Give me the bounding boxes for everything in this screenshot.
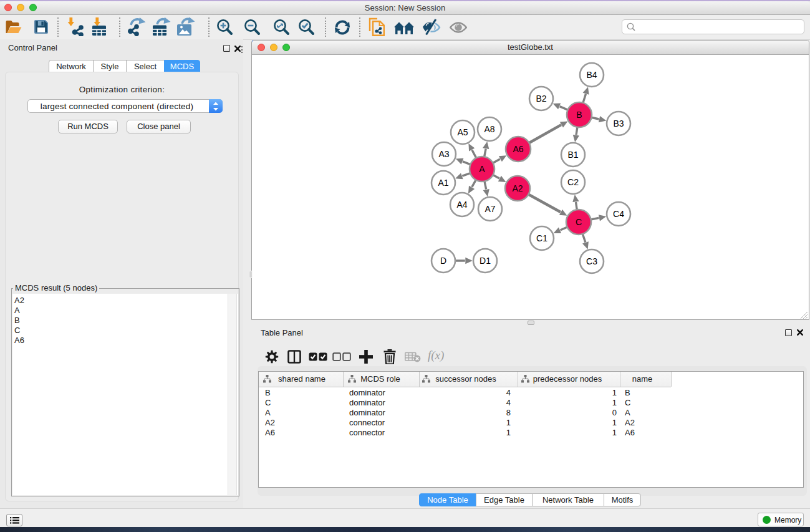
svg-text:C4: C4	[613, 209, 624, 219]
svg-text:C: C	[575, 217, 581, 227]
svg-text:B3: B3	[613, 118, 624, 128]
svg-text:A2: A2	[512, 183, 523, 193]
svg-text:B4: B4	[586, 70, 597, 80]
svg-text:A1: A1	[438, 178, 448, 188]
svg-text:C1: C1	[536, 233, 547, 243]
svg-text:C2: C2	[567, 177, 579, 187]
svg-text:A3: A3	[438, 149, 449, 159]
svg-text:A6: A6	[513, 144, 523, 154]
svg-text:B2: B2	[536, 94, 546, 104]
svg-text:A5: A5	[457, 127, 468, 137]
svg-text:C3: C3	[586, 256, 597, 266]
svg-text:B: B	[576, 110, 582, 120]
svg-text:B1: B1	[567, 150, 578, 160]
svg-text:A8: A8	[484, 124, 494, 134]
svg-text:A4: A4	[456, 200, 467, 210]
svg-text:A7: A7	[485, 204, 495, 214]
svg-text:D: D	[440, 256, 446, 266]
svg-text:A: A	[479, 164, 485, 174]
svg-text:D1: D1	[480, 256, 491, 266]
